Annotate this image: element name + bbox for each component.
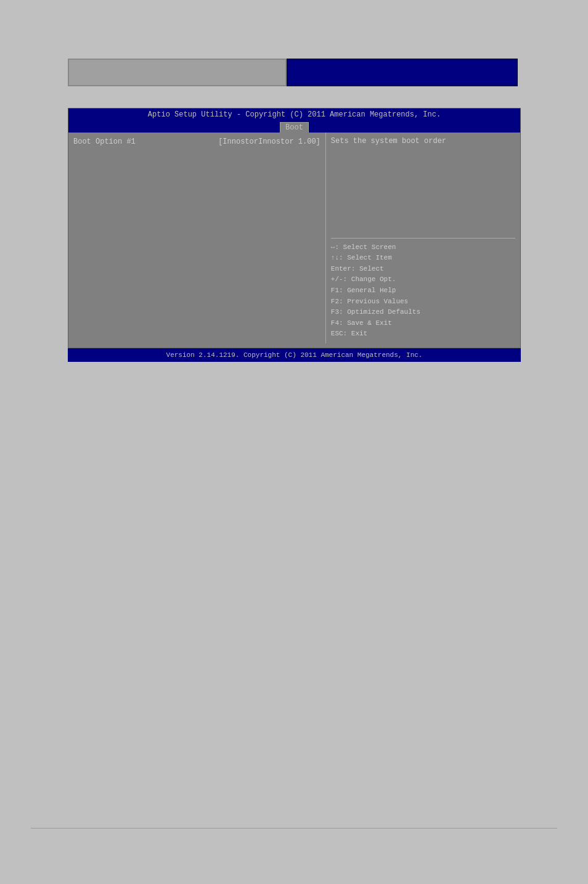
keybinding-enter: Enter: Select [331, 264, 515, 275]
boot-option-1-value: [InnostorInnostor 1.00] [218, 137, 321, 146]
bios-title-bar: Aptio Setup Utility - Copyright (C) 2011… [68, 108, 520, 121]
keybinding-esc: ESC: Exit [331, 329, 515, 340]
bios-menu-item-boot-option[interactable]: Boot Option #1 [InnostorInnostor 1.00] [73, 136, 321, 147]
bios-tab-row: Boot [68, 121, 520, 133]
bottom-divider [31, 828, 557, 829]
keybinding-change-opt: +/-: Change Opt. [331, 274, 515, 285]
bios-content: Boot Option #1 [InnostorInnostor 1.00] S… [68, 133, 520, 343]
keybinding-select-item: ↑↓: Select Item [331, 253, 515, 264]
top-bar-right [287, 59, 518, 86]
keybinding-f1: F1: General Help [331, 285, 515, 297]
keybinding-select-screen: ↔: Select Screen [331, 242, 515, 253]
keybinding-f2: F2: Previous Values [331, 297, 515, 308]
bios-window: Aptio Setup Utility - Copyright (C) 2011… [68, 108, 521, 348]
bios-help-text: Sets the system boot order [331, 136, 515, 234]
keybinding-f4: F4: Save & Exit [331, 318, 515, 329]
boot-option-1-label: Boot Option #1 [73, 137, 136, 146]
keybinding-f3: F3: Optimized Defaults [331, 307, 515, 318]
bios-keybindings: ↔: Select Screen ↑↓: Select Item Enter: … [331, 242, 515, 340]
bios-footer-text: Version 2.14.1219. Copyright (C) 2011 Am… [166, 351, 423, 359]
top-bar [68, 59, 521, 86]
tab-boot[interactable]: Boot [280, 122, 309, 133]
top-bar-left [68, 59, 287, 86]
bios-title: Aptio Setup Utility - Copyright (C) 2011… [148, 110, 441, 119]
bios-footer: Version 2.14.1219. Copyright (C) 2011 Am… [68, 348, 521, 362]
bios-divider [331, 238, 515, 239]
bios-left-panel: Boot Option #1 [InnostorInnostor 1.00] [68, 133, 326, 343]
bios-right-panel: Sets the system boot order ↔: Select Scr… [326, 133, 520, 343]
